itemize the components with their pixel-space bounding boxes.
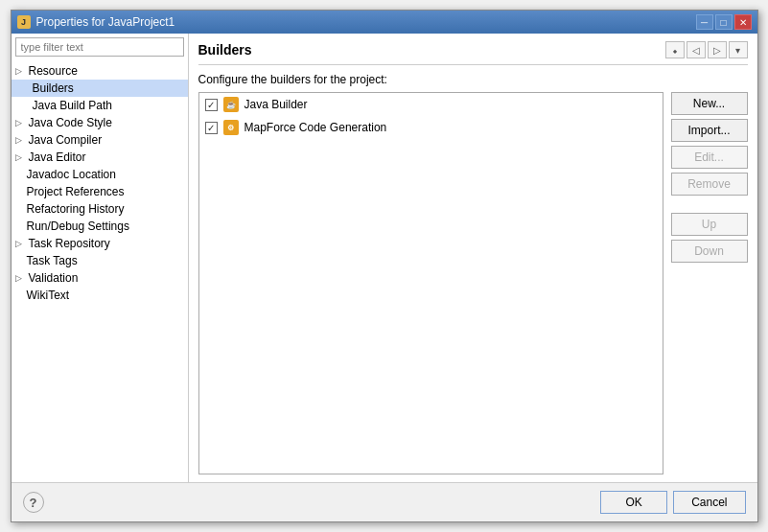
cancel-button[interactable]: Cancel [673, 491, 745, 514]
content-area: ▷ Resource Builders Java Build Path ▷ Ja… [12, 34, 757, 482]
help-button[interactable]: ? [23, 492, 44, 513]
bottom-bar: ? OK Cancel [12, 482, 757, 521]
edit-button[interactable]: Edit... [671, 146, 748, 169]
java-builder-checkbox[interactable] [205, 99, 218, 111]
expand-arrow-editor: ▷ [15, 152, 25, 162]
remove-button[interactable]: Remove [671, 173, 748, 196]
expand-arrow-code-style: ▷ [15, 118, 25, 127]
mapforce-icon: ⚙ [223, 120, 239, 135]
expand-arrow-compiler: ▷ [15, 135, 25, 145]
action-buttons: New... Import... Edit... Remove Up Down [671, 92, 748, 474]
java-builder-icon: ☕ [223, 97, 239, 112]
sidebar-item-task-repository[interactable]: ▷ Task Repository [12, 235, 188, 252]
sidebar-item-project-references[interactable]: Project References [12, 183, 188, 200]
bottom-right-buttons: OK Cancel [600, 491, 745, 514]
panel-toolbar: ⬥ ◁ ▷ ▾ [665, 41, 748, 58]
sidebar-item-validation[interactable]: ▷ Validation [12, 269, 188, 287]
title-controls: ─ □ ✕ [696, 14, 752, 30]
panel-header: Builders ⬥ ◁ ▷ ▾ [198, 41, 748, 65]
sidebar-item-wikitext[interactable]: WikiText [12, 287, 188, 304]
mapforce-checkbox[interactable] [205, 122, 218, 134]
builder-item-mapforce[interactable]: ⚙ MapForce Code Generation [199, 116, 663, 139]
window-icon: J [17, 15, 31, 29]
panel-title: Builders [198, 42, 252, 58]
sidebar-item-refactoring-history[interactable]: Refactoring History [12, 200, 188, 218]
mapforce-name: MapForce Code Generation [244, 121, 387, 134]
import-button[interactable]: Import... [671, 119, 748, 142]
minimize-button[interactable]: ─ [696, 14, 713, 30]
title-bar-left: J Properties for JavaProject1 [17, 15, 175, 29]
builders-list: ☕ Java Builder ⚙ MapForce Code Generatio… [198, 92, 663, 474]
main-panel: Builders ⬥ ◁ ▷ ▾ Configure the builders … [189, 34, 757, 482]
expand-arrow: ▷ [15, 66, 25, 76]
builder-item-java[interactable]: ☕ Java Builder [199, 93, 663, 116]
expand-arrow-validation: ▷ [15, 273, 25, 283]
main-window: J Properties for JavaProject1 ─ □ ✕ ▷ Re… [11, 10, 758, 522]
new-button[interactable]: New... [671, 92, 748, 115]
tree-area: ▷ Resource Builders Java Build Path ▷ Ja… [12, 60, 188, 482]
panel-description: Configure the builders for the project: [198, 73, 748, 86]
sidebar-item-task-tags[interactable]: Task Tags [12, 252, 188, 269]
toolbar-back2-button[interactable]: ◁ [687, 41, 706, 58]
title-bar: J Properties for JavaProject1 ─ □ ✕ [12, 11, 757, 34]
close-button[interactable]: ✕ [734, 14, 752, 30]
sidebar-item-builders[interactable]: Builders [12, 80, 188, 97]
toolbar-menu-button[interactable]: ▾ [729, 41, 748, 58]
window-title: Properties for JavaProject1 [36, 15, 175, 29]
up-button[interactable]: Up [671, 213, 748, 236]
down-button[interactable]: Down [671, 240, 748, 263]
sidebar-item-java-editor[interactable]: ▷ Java Editor [12, 149, 188, 166]
sidebar-item-resource[interactable]: ▷ Resource [12, 62, 188, 80]
toolbar-forward-button[interactable]: ▷ [708, 41, 727, 58]
filter-input[interactable] [15, 37, 184, 57]
expand-arrow-task-repo: ▷ [15, 239, 25, 248]
java-builder-name: Java Builder [244, 98, 308, 111]
sidebar-item-javadoc-location[interactable]: Javadoc Location [12, 166, 188, 183]
ok-button[interactable]: OK [600, 491, 667, 514]
sidebar: ▷ Resource Builders Java Build Path ▷ Ja… [12, 34, 189, 482]
sidebar-item-java-compiler[interactable]: ▷ Java Compiler [12, 131, 188, 149]
sidebar-item-java-build-path[interactable]: Java Build Path [12, 97, 188, 114]
sidebar-item-java-code-style[interactable]: ▷ Java Code Style [12, 114, 188, 131]
sidebar-item-run-debug-settings[interactable]: Run/Debug Settings [12, 218, 188, 235]
maximize-button[interactable]: □ [715, 14, 733, 30]
builders-row: ☕ Java Builder ⚙ MapForce Code Generatio… [198, 92, 748, 474]
toolbar-back-button[interactable]: ⬥ [665, 41, 685, 58]
